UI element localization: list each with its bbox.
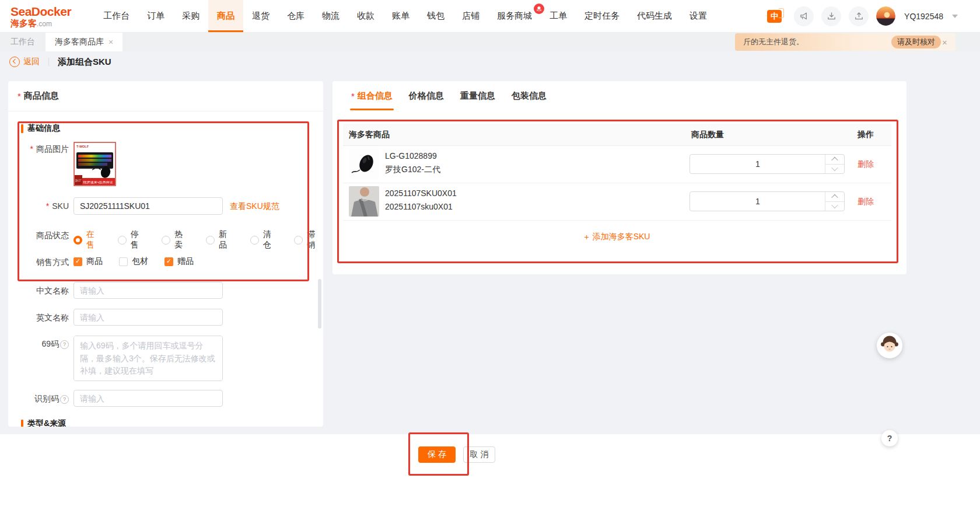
- delete-row-link[interactable]: 删除: [858, 146, 874, 183]
- stepper-up-button[interactable]: [825, 192, 844, 202]
- question-mark-icon: ?: [887, 434, 892, 443]
- tab-weight-info[interactable]: 重量信息: [452, 81, 503, 110]
- assistant-avatar-icon: [878, 334, 901, 357]
- chevron-up-icon: [831, 194, 838, 201]
- section-bar: [21, 124, 23, 133]
- sku-spec-link[interactable]: 查看SKU规范: [230, 201, 279, 212]
- logo-text-en: SeaDocker: [10, 5, 79, 18]
- quantity-stepper[interactable]: 1: [690, 154, 845, 174]
- delete-row-link[interactable]: 删除: [858, 183, 874, 220]
- stepper-down-button[interactable]: [825, 202, 844, 211]
- chevron-down-icon: [831, 165, 838, 171]
- product-info-title: 商品信息: [8, 81, 323, 111]
- status-option-slow-moving[interactable]: 滞销: [294, 229, 323, 250]
- product-image-ribbon: 现货速发•品质保证: [83, 180, 113, 184]
- add-sku-button[interactable]: + 添加海多客SKU: [343, 221, 891, 253]
- nav-item-workbench[interactable]: 工作台: [94, 0, 138, 32]
- save-button[interactable]: 保 存: [418, 446, 456, 463]
- back-button[interactable]: 返回: [9, 57, 40, 67]
- checkbox-icon: [119, 257, 128, 266]
- notification-close-icon[interactable]: ×: [942, 33, 947, 51]
- code69-textarea[interactable]: [74, 336, 223, 381]
- status-option-off-sale[interactable]: 停售: [118, 229, 147, 250]
- product-thumbnail-mouse: [349, 149, 379, 179]
- section-basic-info: 基础信息: [21, 123, 60, 134]
- page-header-row: 返回 添加组合SKU: [9, 51, 111, 72]
- sku-label: SKU: [8, 201, 69, 211]
- cancel-button[interactable]: 取 消: [463, 446, 495, 463]
- product-image-label: 商品图片: [8, 144, 69, 155]
- table-row: 20251107SKU0X01 20251107sku0X01 1 删除: [343, 183, 891, 221]
- nav-item-scheduled-tasks[interactable]: 定时任务: [576, 0, 628, 32]
- tab-workbench[interactable]: 工作台: [0, 32, 46, 51]
- table-header: 海多客商品 商品数量 操作: [343, 124, 891, 146]
- panel-scrollbar[interactable]: [318, 279, 321, 329]
- nav-item-service-mall[interactable]: 服务商城: [488, 0, 541, 32]
- nav-item-wallet[interactable]: 钱包: [418, 0, 453, 32]
- tab-close-icon[interactable]: ×: [108, 37, 113, 47]
- user-avatar[interactable]: [876, 6, 895, 26]
- cn-name-label: 中文名称: [8, 286, 69, 296]
- nav-item-warehouse[interactable]: 仓库: [278, 0, 313, 32]
- language-badge[interactable]: 中: [767, 10, 782, 23]
- chevron-up-icon: [831, 157, 838, 163]
- nav-item-work-orders[interactable]: 工单: [541, 0, 576, 32]
- notification-action-button[interactable]: 请及时核对: [891, 36, 941, 48]
- brand-logo[interactable]: SeaDocker 海多客.com: [10, 5, 79, 27]
- page-title: 添加组合SKU: [58, 57, 111, 68]
- tab-product-library[interactable]: 海多客商品库 ×: [46, 32, 123, 51]
- sale-mode-product[interactable]: 商品: [74, 256, 103, 267]
- sale-mode-gift[interactable]: 赠品: [164, 256, 194, 267]
- tab-price-info[interactable]: 价格信息: [401, 81, 452, 110]
- sku-input[interactable]: [74, 197, 223, 215]
- status-option-hot[interactable]: 热卖: [162, 229, 191, 250]
- col-header-actions: 操作: [858, 124, 874, 145]
- sale-mode-packaging[interactable]: 包材: [119, 256, 148, 267]
- nav-item-code-generation[interactable]: 代码生成: [628, 0, 681, 32]
- notification-text: 斤的无主件退货。: [743, 37, 804, 47]
- nav-item-payments[interactable]: 收款: [348, 0, 383, 32]
- status-option-on-sale[interactable]: 在售: [74, 229, 103, 250]
- help-icon[interactable]: [60, 395, 69, 404]
- en-name-label: 英文名称: [8, 313, 69, 323]
- username-label[interactable]: YQ192548: [904, 12, 943, 21]
- nav-item-stores[interactable]: 店铺: [453, 0, 488, 32]
- import-button[interactable]: [821, 6, 841, 26]
- status-option-new[interactable]: 新品: [206, 229, 235, 250]
- announcements-button[interactable]: [794, 6, 814, 26]
- stepper-up-button[interactable]: [825, 155, 844, 165]
- notification-banner: 斤的无主件退货。 请及时核对 ×: [735, 33, 956, 51]
- radio-icon: [250, 236, 259, 245]
- row-sku-code: LG-G1028899: [385, 151, 437, 160]
- idcode-input[interactable]: [74, 390, 223, 407]
- nav-item-bills[interactable]: 账单: [383, 0, 418, 32]
- help-icon[interactable]: [60, 340, 69, 349]
- nav-item-purchasing[interactable]: 采购: [173, 0, 208, 32]
- tab-packaging-info[interactable]: 包装信息: [503, 81, 555, 110]
- download-tray-icon: [827, 11, 836, 21]
- radio-icon: [294, 236, 303, 245]
- stepper-down-button[interactable]: [825, 165, 844, 174]
- help-button[interactable]: ?: [881, 430, 898, 446]
- quantity-value[interactable]: 1: [690, 192, 825, 211]
- status-option-clearance[interactable]: 清仓: [250, 229, 279, 250]
- checkbox-checked-icon: [164, 257, 173, 266]
- nav-item-returns[interactable]: 退货: [243, 0, 278, 32]
- nav-item-orders[interactable]: 订单: [138, 0, 173, 32]
- chevron-down-icon[interactable]: [952, 15, 958, 18]
- section-bar: [21, 420, 23, 427]
- nav-item-products[interactable]: 商品: [208, 0, 243, 32]
- tab-combo-info[interactable]: 组合信息: [343, 81, 401, 110]
- assistant-avatar-button[interactable]: [877, 333, 902, 358]
- back-label: 返回: [23, 57, 40, 67]
- status-radio-group: 在售 停售 热卖 新品 清仓 滞销: [74, 229, 323, 250]
- export-button[interactable]: [849, 6, 869, 26]
- col-header-product: 海多客商品: [349, 124, 390, 145]
- quantity-stepper[interactable]: 1: [690, 191, 845, 211]
- en-name-input[interactable]: [74, 309, 223, 326]
- product-image-thumbnail[interactable]: T-WOLF 现货速发•品质保证 源头工厂: [74, 142, 116, 186]
- quantity-value[interactable]: 1: [690, 155, 825, 173]
- nav-item-logistics[interactable]: 物流: [313, 0, 348, 32]
- cn-name-input[interactable]: [74, 282, 223, 299]
- nav-item-settings[interactable]: 设置: [681, 0, 716, 32]
